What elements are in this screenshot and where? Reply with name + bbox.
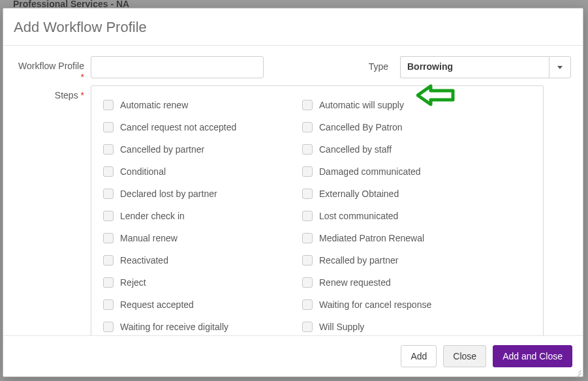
step-label: Reject: [120, 277, 146, 288]
step-checkbox-item[interactable]: Automatic renew: [103, 94, 302, 116]
type-select-value[interactable]: Borrowing: [400, 56, 549, 78]
checkbox-icon[interactable]: [302, 277, 313, 288]
required-mark: *: [81, 72, 84, 82]
step-label: Reactivated: [120, 255, 168, 266]
step-checkbox-item[interactable]: Manual renew: [103, 227, 302, 249]
step-label: Will Supply: [319, 322, 364, 332]
step-checkbox-item[interactable]: Reactivated: [103, 249, 302, 271]
checkbox-icon[interactable]: [103, 100, 114, 110]
step-label: Renew requested: [319, 277, 391, 288]
type-label: Type: [369, 56, 400, 72]
step-checkbox-item[interactable]: Recalled by partner: [302, 249, 531, 271]
checkbox-icon[interactable]: [302, 122, 313, 132]
step-checkbox-item[interactable]: Cancel request not accepted: [103, 116, 302, 138]
dialog-body: Workflow Profile * Type Borrowing: [3, 46, 583, 335]
resize-grip-icon[interactable]: [574, 367, 581, 375]
step-label: Cancelled By Patron: [319, 122, 403, 132]
step-label: Cancel request not accepted: [120, 122, 236, 132]
workflow-profile-input[interactable]: [91, 56, 264, 78]
step-checkbox-item[interactable]: Conditional: [103, 160, 302, 183]
step-label: Cancelled by partner: [120, 144, 204, 155]
step-checkbox-item[interactable]: Externally Obtained: [302, 183, 531, 205]
checkbox-icon[interactable]: [302, 255, 313, 266]
checkbox-icon[interactable]: [302, 211, 313, 221]
step-checkbox-item[interactable]: Waiting for receive digitally: [103, 316, 302, 335]
checkbox-icon[interactable]: [302, 322, 313, 332]
step-label: Manual renew: [120, 233, 178, 243]
checkbox-icon[interactable]: [103, 122, 114, 132]
workflow-profile-label: Workflow Profile *: [15, 56, 91, 83]
checkbox-icon[interactable]: [103, 322, 114, 332]
type-select[interactable]: Borrowing: [400, 56, 571, 78]
step-checkbox-item[interactable]: Waiting for cancel response: [302, 294, 531, 316]
step-checkbox-item[interactable]: Reject: [103, 271, 302, 294]
step-checkbox-item[interactable]: Lost communicated: [302, 205, 531, 227]
checkbox-icon[interactable]: [302, 144, 313, 155]
step-label: Mediated Patron Renewal: [319, 233, 424, 243]
checkbox-icon[interactable]: [103, 233, 114, 243]
step-checkbox-item[interactable]: Damaged communicated: [302, 160, 531, 183]
dialog-footer: Add Close Add and Close: [3, 335, 583, 376]
type-select-caret-button[interactable]: [549, 56, 571, 78]
step-label: Conditional: [120, 166, 166, 177]
checkbox-icon[interactable]: [103, 144, 114, 155]
step-checkbox-item[interactable]: Cancelled By Patron: [302, 116, 531, 138]
add-button[interactable]: Add: [401, 345, 437, 367]
checkbox-icon[interactable]: [302, 233, 313, 243]
dialog-header: Add Workflow Profile: [3, 8, 583, 46]
required-mark: *: [81, 90, 84, 100]
step-label: Externally Obtained: [319, 189, 399, 199]
steps-label: Steps *: [15, 85, 91, 101]
checkbox-icon[interactable]: [103, 189, 114, 199]
checkbox-icon[interactable]: [103, 299, 114, 310]
checkbox-icon[interactable]: [302, 100, 313, 110]
step-checkbox-item[interactable]: Cancelled by staff: [302, 138, 531, 160]
step-checkbox-item[interactable]: Declared lost by partner: [103, 183, 302, 205]
step-label: Waiting for cancel response: [319, 299, 431, 310]
step-checkbox-item[interactable]: Lender check in: [103, 205, 302, 227]
add-workflow-profile-dialog: Add Workflow Profile Workflow Profile * …: [3, 8, 583, 377]
steps-container: Automatic renewAutomatic will supplyCanc…: [91, 85, 544, 335]
step-checkbox-item[interactable]: Mediated Patron Renewal: [302, 227, 531, 249]
chevron-down-icon: [557, 66, 563, 69]
dialog-title: Add Workflow Profile: [14, 19, 572, 36]
step-label: Damaged communicated: [319, 166, 421, 177]
checkbox-icon[interactable]: [103, 277, 114, 288]
step-checkbox-item[interactable]: Will Supply: [302, 316, 531, 335]
step-label: Lost communicated: [319, 211, 398, 221]
checkbox-icon[interactable]: [302, 166, 313, 177]
step-label: Automatic will supply: [319, 100, 404, 110]
step-label: Lender check in: [120, 211, 185, 221]
step-label: Waiting for receive digitally: [120, 322, 228, 332]
step-checkbox-item[interactable]: Renew requested: [302, 271, 531, 294]
step-checkbox-item[interactable]: Cancelled by partner: [103, 138, 302, 160]
step-label: Recalled by partner: [319, 255, 398, 266]
checkbox-icon[interactable]: [302, 189, 313, 199]
step-label: Cancelled by staff: [319, 144, 392, 155]
add-and-close-button[interactable]: Add and Close: [493, 345, 572, 367]
step-label: Declared lost by partner: [120, 189, 217, 199]
step-checkbox-item[interactable]: Automatic will supply: [302, 94, 531, 116]
close-button[interactable]: Close: [443, 345, 486, 367]
checkbox-icon[interactable]: [103, 255, 114, 266]
checkbox-icon[interactable]: [103, 166, 114, 177]
step-label: Request accepted: [120, 299, 194, 310]
checkbox-icon[interactable]: [103, 211, 114, 221]
step-checkbox-item[interactable]: Request accepted: [103, 294, 302, 316]
checkbox-icon[interactable]: [302, 299, 313, 310]
step-label: Automatic renew: [120, 100, 188, 110]
